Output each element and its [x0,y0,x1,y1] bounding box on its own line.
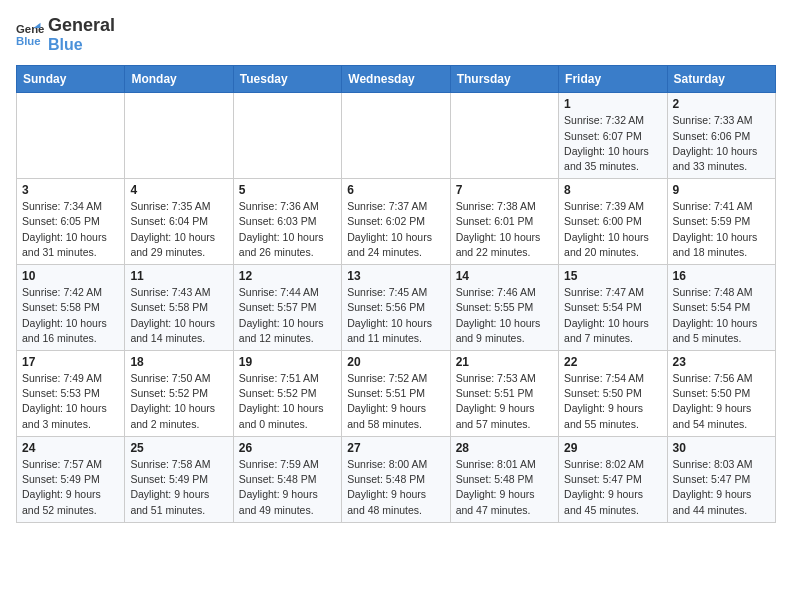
day-number: 8 [564,183,661,197]
weekday-header-wednesday: Wednesday [342,66,450,93]
day-number: 30 [673,441,770,455]
day-number: 14 [456,269,553,283]
day-info: Sunrise: 7:44 AM Sunset: 5:57 PM Dayligh… [239,285,336,346]
day-number: 28 [456,441,553,455]
day-info: Sunrise: 7:43 AM Sunset: 5:58 PM Dayligh… [130,285,227,346]
calendar-cell: 21Sunrise: 7:53 AM Sunset: 5:51 PM Dayli… [450,351,558,437]
day-number: 23 [673,355,770,369]
calendar-cell: 4Sunrise: 7:35 AM Sunset: 6:04 PM Daylig… [125,179,233,265]
day-info: Sunrise: 7:47 AM Sunset: 5:54 PM Dayligh… [564,285,661,346]
day-info: Sunrise: 7:56 AM Sunset: 5:50 PM Dayligh… [673,371,770,432]
calendar-week-1: 1Sunrise: 7:32 AM Sunset: 6:07 PM Daylig… [17,93,776,179]
logo-blue-text: Blue [48,36,115,54]
day-info: Sunrise: 7:53 AM Sunset: 5:51 PM Dayligh… [456,371,553,432]
day-number: 16 [673,269,770,283]
calendar-cell: 20Sunrise: 7:52 AM Sunset: 5:51 PM Dayli… [342,351,450,437]
day-info: Sunrise: 7:45 AM Sunset: 5:56 PM Dayligh… [347,285,444,346]
calendar-cell [233,93,341,179]
calendar-cell: 10Sunrise: 7:42 AM Sunset: 5:58 PM Dayli… [17,265,125,351]
weekday-header-sunday: Sunday [17,66,125,93]
calendar-cell: 19Sunrise: 7:51 AM Sunset: 5:52 PM Dayli… [233,351,341,437]
weekday-header-monday: Monday [125,66,233,93]
day-info: Sunrise: 7:34 AM Sunset: 6:05 PM Dayligh… [22,199,119,260]
calendar-cell: 3Sunrise: 7:34 AM Sunset: 6:05 PM Daylig… [17,179,125,265]
day-info: Sunrise: 8:03 AM Sunset: 5:47 PM Dayligh… [673,457,770,518]
day-number: 25 [130,441,227,455]
calendar-cell: 26Sunrise: 7:59 AM Sunset: 5:48 PM Dayli… [233,436,341,522]
day-number: 1 [564,97,661,111]
weekday-header-saturday: Saturday [667,66,775,93]
day-number: 2 [673,97,770,111]
day-number: 24 [22,441,119,455]
day-info: Sunrise: 7:49 AM Sunset: 5:53 PM Dayligh… [22,371,119,432]
day-info: Sunrise: 8:01 AM Sunset: 5:48 PM Dayligh… [456,457,553,518]
day-number: 21 [456,355,553,369]
day-number: 17 [22,355,119,369]
calendar-cell [450,93,558,179]
logo-icon: General Blue [16,21,44,49]
logo: General Blue General Blue [16,16,115,53]
day-number: 22 [564,355,661,369]
day-info: Sunrise: 7:41 AM Sunset: 5:59 PM Dayligh… [673,199,770,260]
day-number: 3 [22,183,119,197]
calendar-cell: 9Sunrise: 7:41 AM Sunset: 5:59 PM Daylig… [667,179,775,265]
calendar-cell: 27Sunrise: 8:00 AM Sunset: 5:48 PM Dayli… [342,436,450,522]
calendar-cell: 2Sunrise: 7:33 AM Sunset: 6:06 PM Daylig… [667,93,775,179]
day-info: Sunrise: 7:52 AM Sunset: 5:51 PM Dayligh… [347,371,444,432]
day-number: 9 [673,183,770,197]
weekday-header-friday: Friday [559,66,667,93]
page-header: General Blue General Blue [16,16,776,53]
calendar-cell: 5Sunrise: 7:36 AM Sunset: 6:03 PM Daylig… [233,179,341,265]
calendar-cell: 29Sunrise: 8:02 AM Sunset: 5:47 PM Dayli… [559,436,667,522]
calendar-cell: 8Sunrise: 7:39 AM Sunset: 6:00 PM Daylig… [559,179,667,265]
calendar-week-5: 24Sunrise: 7:57 AM Sunset: 5:49 PM Dayli… [17,436,776,522]
calendar-cell [125,93,233,179]
day-info: Sunrise: 7:39 AM Sunset: 6:00 PM Dayligh… [564,199,661,260]
day-number: 10 [22,269,119,283]
calendar-cell: 25Sunrise: 7:58 AM Sunset: 5:49 PM Dayli… [125,436,233,522]
day-number: 7 [456,183,553,197]
day-info: Sunrise: 7:42 AM Sunset: 5:58 PM Dayligh… [22,285,119,346]
day-number: 29 [564,441,661,455]
day-info: Sunrise: 7:46 AM Sunset: 5:55 PM Dayligh… [456,285,553,346]
calendar-cell: 13Sunrise: 7:45 AM Sunset: 5:56 PM Dayli… [342,265,450,351]
day-info: Sunrise: 7:32 AM Sunset: 6:07 PM Dayligh… [564,113,661,174]
weekday-header-tuesday: Tuesday [233,66,341,93]
weekday-header-thursday: Thursday [450,66,558,93]
day-number: 13 [347,269,444,283]
calendar-cell: 11Sunrise: 7:43 AM Sunset: 5:58 PM Dayli… [125,265,233,351]
day-number: 12 [239,269,336,283]
day-info: Sunrise: 7:54 AM Sunset: 5:50 PM Dayligh… [564,371,661,432]
calendar-cell [17,93,125,179]
calendar-week-3: 10Sunrise: 7:42 AM Sunset: 5:58 PM Dayli… [17,265,776,351]
day-info: Sunrise: 7:57 AM Sunset: 5:49 PM Dayligh… [22,457,119,518]
calendar-cell: 28Sunrise: 8:01 AM Sunset: 5:48 PM Dayli… [450,436,558,522]
day-number: 4 [130,183,227,197]
calendar-cell: 14Sunrise: 7:46 AM Sunset: 5:55 PM Dayli… [450,265,558,351]
calendar-cell: 7Sunrise: 7:38 AM Sunset: 6:01 PM Daylig… [450,179,558,265]
logo-general: General [48,16,115,36]
day-info: Sunrise: 7:59 AM Sunset: 5:48 PM Dayligh… [239,457,336,518]
calendar-week-2: 3Sunrise: 7:34 AM Sunset: 6:05 PM Daylig… [17,179,776,265]
svg-text:Blue: Blue [16,34,41,46]
day-info: Sunrise: 8:02 AM Sunset: 5:47 PM Dayligh… [564,457,661,518]
day-info: Sunrise: 7:58 AM Sunset: 5:49 PM Dayligh… [130,457,227,518]
day-number: 20 [347,355,444,369]
day-number: 15 [564,269,661,283]
calendar-header: SundayMondayTuesdayWednesdayThursdayFrid… [17,66,776,93]
calendar-cell [342,93,450,179]
day-number: 19 [239,355,336,369]
calendar-cell: 16Sunrise: 7:48 AM Sunset: 5:54 PM Dayli… [667,265,775,351]
day-info: Sunrise: 7:35 AM Sunset: 6:04 PM Dayligh… [130,199,227,260]
calendar-table: SundayMondayTuesdayWednesdayThursdayFrid… [16,65,776,522]
day-number: 6 [347,183,444,197]
calendar-cell: 30Sunrise: 8:03 AM Sunset: 5:47 PM Dayli… [667,436,775,522]
calendar-cell: 12Sunrise: 7:44 AM Sunset: 5:57 PM Dayli… [233,265,341,351]
day-number: 18 [130,355,227,369]
calendar-cell: 23Sunrise: 7:56 AM Sunset: 5:50 PM Dayli… [667,351,775,437]
calendar-cell: 6Sunrise: 7:37 AM Sunset: 6:02 PM Daylig… [342,179,450,265]
day-info: Sunrise: 7:37 AM Sunset: 6:02 PM Dayligh… [347,199,444,260]
day-info: Sunrise: 8:00 AM Sunset: 5:48 PM Dayligh… [347,457,444,518]
day-info: Sunrise: 7:50 AM Sunset: 5:52 PM Dayligh… [130,371,227,432]
day-info: Sunrise: 7:36 AM Sunset: 6:03 PM Dayligh… [239,199,336,260]
